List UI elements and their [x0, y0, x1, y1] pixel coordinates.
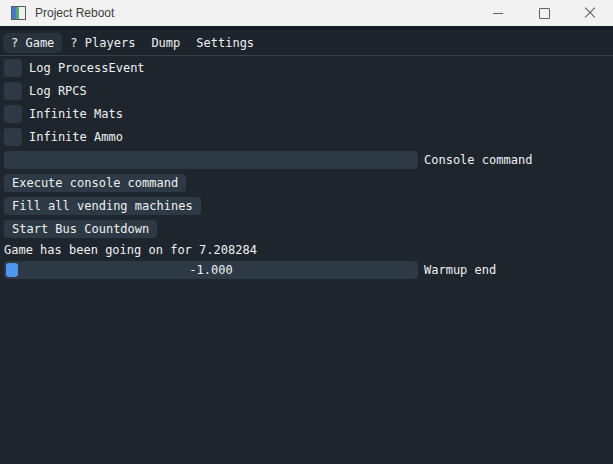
- start-bus-row: Start Bus Countdown: [4, 220, 609, 238]
- checkbox-infinite-ammo[interactable]: Infinite Ammo: [4, 128, 609, 146]
- menubar: ? Game ? Players Dump Settings: [0, 30, 613, 56]
- warmup-end-label: Warmup end: [424, 263, 496, 277]
- maximize-button[interactable]: [521, 0, 567, 26]
- checkbox-box[interactable]: [4, 128, 22, 146]
- checkbox-box[interactable]: [4, 105, 22, 123]
- app-icon: [11, 6, 26, 20]
- minimize-icon: [493, 13, 503, 14]
- game-tab-panel: Log ProcessEvent Log RPCS Infinite Mats …: [0, 56, 613, 284]
- slider-value: -1.000: [4, 261, 418, 279]
- checkbox-label: Log ProcessEvent: [29, 61, 145, 75]
- fill-vending-row: Fill all vending machines: [4, 197, 609, 215]
- console-command-label: Console command: [424, 153, 532, 167]
- checkbox-infinite-mats[interactable]: Infinite Mats: [4, 105, 609, 123]
- console-command-input[interactable]: [4, 151, 418, 169]
- game-time-status-text: Game has been going on for 7.208284: [4, 243, 609, 257]
- checkbox-label: Infinite Ammo: [29, 130, 123, 144]
- execute-console-row: Execute console command: [4, 174, 609, 192]
- close-icon: [584, 7, 596, 19]
- checkbox-label: Infinite Mats: [29, 107, 123, 121]
- app-window: Project Reboot ? Game ? Players Dump Set…: [0, 0, 613, 464]
- console-command-row: Console command: [4, 151, 609, 169]
- checkbox-box[interactable]: [4, 82, 22, 100]
- fill-vending-machines-button[interactable]: Fill all vending machines: [4, 197, 201, 215]
- checkbox-label: Log RPCS: [29, 84, 87, 98]
- menu-item-dump[interactable]: Dump: [143, 33, 188, 53]
- minimize-button[interactable]: [475, 0, 521, 26]
- menu-item-players[interactable]: ? Players: [62, 33, 143, 53]
- checkbox-box[interactable]: [4, 59, 22, 77]
- window-title: Project Reboot: [35, 6, 114, 20]
- close-button[interactable]: [567, 0, 613, 26]
- menu-item-settings[interactable]: Settings: [188, 33, 262, 53]
- warmup-end-slider[interactable]: -1.000: [4, 261, 418, 279]
- warmup-end-row: -1.000 Warmup end: [4, 261, 609, 279]
- checkbox-log-processevent[interactable]: Log ProcessEvent: [4, 59, 609, 77]
- window-controls: [475, 0, 613, 26]
- menu-item-game[interactable]: ? Game: [3, 33, 62, 53]
- maximize-icon: [539, 8, 550, 19]
- titlebar[interactable]: Project Reboot: [0, 0, 613, 26]
- checkbox-log-rpcs[interactable]: Log RPCS: [4, 82, 609, 100]
- execute-console-command-button[interactable]: Execute console command: [4, 174, 186, 192]
- start-bus-countdown-button[interactable]: Start Bus Countdown: [4, 220, 157, 238]
